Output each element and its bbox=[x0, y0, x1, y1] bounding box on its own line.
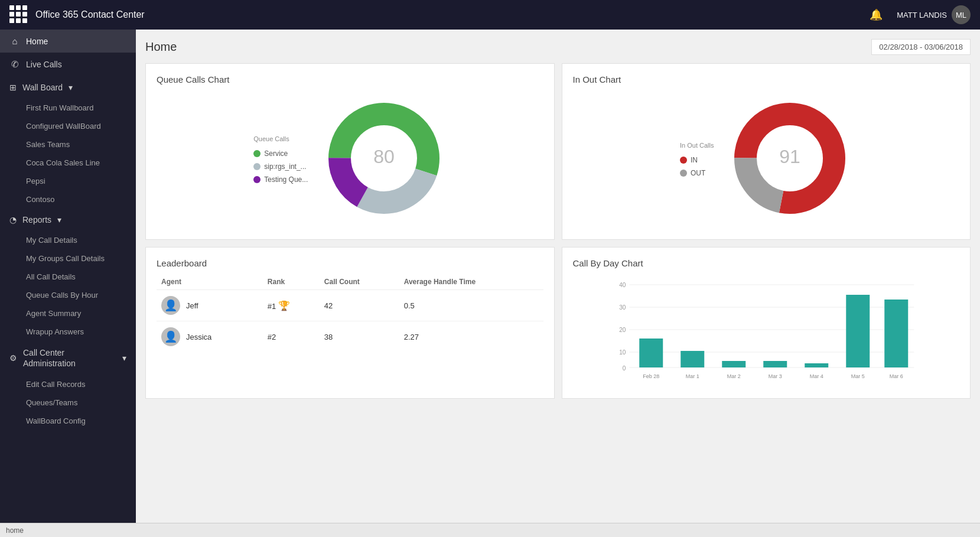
in-out-chart-card: In Out Chart In Out Calls IN OUT bbox=[562, 63, 971, 240]
sidebar-item-label: Home bbox=[26, 37, 48, 46]
agent-cell-jeff: 👤 Jeff bbox=[157, 290, 263, 321]
sidebar-sub-wallboard-config[interactable]: WallBoard Config bbox=[0, 412, 136, 430]
in-out-donut-container: In Out Calls IN OUT bbox=[573, 90, 960, 229]
sidebar-sub-pepsi[interactable]: Pepsi bbox=[0, 172, 136, 190]
legend-dot-in bbox=[680, 157, 687, 164]
statusbar: home bbox=[0, 523, 980, 537]
svg-text:Mar 1: Mar 1 bbox=[685, 373, 699, 379]
svg-text:40: 40 bbox=[619, 282, 626, 288]
call-by-day-title: Call By Day Chart bbox=[573, 258, 960, 268]
sidebar-sub-my-groups-call-details[interactable]: My Groups Call Details bbox=[0, 249, 136, 268]
sidebar-sub-wrapup-answers[interactable]: Wrapup Answers bbox=[0, 323, 136, 341]
sidebar-sub-queues-teams[interactable]: Queues/Teams bbox=[0, 393, 136, 412]
svg-text:0: 0 bbox=[622, 365, 626, 372]
svg-text:Mar 4: Mar 4 bbox=[809, 373, 823, 379]
legend-out: OUT bbox=[680, 169, 714, 177]
sidebar-item-live-calls[interactable]: ✆ Live Calls bbox=[0, 53, 136, 76]
sidebar-sub-configured-wallboard[interactable]: Configured WallBoard bbox=[0, 117, 136, 135]
leaderboard-table: Agent Rank Call Count Average Handle Tim… bbox=[157, 274, 543, 352]
avg-handle-time-jessica: 2.27 bbox=[399, 321, 543, 353]
sidebar-sub-agent-summary[interactable]: Agent Summary bbox=[0, 304, 136, 323]
col-agent: Agent bbox=[157, 274, 263, 290]
waffle-button[interactable] bbox=[9, 5, 28, 24]
call-by-day-chart-area: 40 30 20 10 0 Feb 28 bbox=[573, 274, 960, 388]
in-out-legend: In Out Calls IN OUT bbox=[680, 142, 714, 177]
call-count-jessica: 38 bbox=[320, 321, 399, 353]
col-avg-handle-time: Average Handle Time bbox=[399, 274, 543, 290]
chevron-down-icon: ▾ bbox=[122, 353, 126, 363]
svg-text:30: 30 bbox=[619, 304, 626, 311]
legend-sip: sip:rgs_int_... bbox=[253, 162, 308, 171]
sidebar-item-home[interactable]: ⌂ Home bbox=[0, 30, 136, 53]
legend-dot-out bbox=[680, 170, 687, 177]
settings-icon: ⚙ bbox=[9, 353, 17, 363]
reports-icon: ◔ bbox=[9, 215, 17, 224]
sidebar-sub-all-call-details[interactable]: All Call Details bbox=[0, 268, 136, 286]
in-out-donut-wrap: 91 bbox=[728, 96, 852, 223]
rank-jeff: #1 🏆 bbox=[263, 290, 320, 321]
legend-dot-testing bbox=[253, 176, 261, 183]
call-by-day-card: Call By Day Chart 40 30 20 10 0 bbox=[562, 247, 971, 399]
sidebar-sub-my-call-details[interactable]: My Call Details bbox=[0, 231, 136, 249]
svg-text:10: 10 bbox=[619, 349, 626, 356]
page-title: Home bbox=[145, 40, 177, 54]
avatar-jeff: 👤 bbox=[161, 296, 180, 315]
sidebar-item-label: Reports bbox=[22, 215, 51, 224]
bar-feb28 bbox=[639, 339, 663, 367]
sidebar-sub-coca-cola[interactable]: Coca Cola Sales Line bbox=[0, 154, 136, 172]
queue-calls-donut-svg: 80 bbox=[322, 96, 446, 220]
phone-icon: ✆ bbox=[9, 59, 20, 70]
in-out-donut-label: In Out Calls bbox=[680, 142, 714, 149]
legend-service: Service bbox=[253, 149, 308, 158]
user-name: MATT LANDIS bbox=[897, 11, 947, 19]
avatar: ML bbox=[952, 5, 971, 24]
table-row: 👤 Jeff #1 🏆 42 0.5 bbox=[157, 290, 543, 321]
home-icon: ⌂ bbox=[9, 36, 20, 46]
queue-calls-chart-card: Queue Calls Chart Queue Calls Service si… bbox=[145, 63, 555, 240]
sidebar-item-label: Wall Board bbox=[22, 83, 63, 92]
queue-center-value: 80 bbox=[373, 146, 395, 167]
sidebar-item-call-center-admin[interactable]: ⚙ Call Center Administration ▾ bbox=[0, 341, 136, 375]
chevron-down-icon: ▾ bbox=[57, 215, 61, 224]
sidebar-item-wall-board[interactable]: ⊞ Wall Board ▾ bbox=[0, 76, 136, 99]
agent-cell-jessica: 👤 Jessica bbox=[157, 321, 263, 353]
topbar: Office 365 Contact Center 🔔 MATT LANDIS … bbox=[0, 0, 980, 30]
bar-mar3 bbox=[763, 361, 787, 367]
user-menu[interactable]: MATT LANDIS ML bbox=[897, 5, 971, 24]
queue-calls-chart-title: Queue Calls Chart bbox=[157, 74, 543, 84]
call-by-day-svg: 40 30 20 10 0 Feb 28 bbox=[573, 279, 960, 385]
bar-mar1 bbox=[681, 351, 704, 367]
bell-icon[interactable]: 🔔 bbox=[870, 8, 883, 21]
sidebar-sub-contoso[interactable]: Contoso bbox=[0, 190, 136, 209]
bar-mar6 bbox=[884, 300, 908, 367]
legend-testing: Testing Que... bbox=[253, 175, 308, 184]
table-row: 👤 Jessica #2 38 2.27 bbox=[157, 321, 543, 353]
legend-dot-service bbox=[253, 150, 261, 157]
sidebar: ⌂ Home ✆ Live Calls ⊞ Wall Board ▾ First… bbox=[0, 30, 136, 523]
svg-text:Mar 2: Mar 2 bbox=[727, 373, 740, 379]
bar-mar5 bbox=[846, 295, 870, 367]
sidebar-item-reports[interactable]: ◔ Reports ▾ bbox=[0, 209, 136, 231]
leaderboard-card: Leaderboard Agent Rank Call Count Averag… bbox=[145, 247, 555, 399]
in-out-chart-title: In Out Chart bbox=[573, 74, 960, 84]
svg-text:20: 20 bbox=[619, 327, 626, 333]
svg-text:Feb 28: Feb 28 bbox=[643, 373, 659, 379]
sidebar-sub-sales-teams[interactable]: Sales Teams bbox=[0, 135, 136, 154]
date-range: 02/28/2018 - 03/06/2018 bbox=[871, 39, 971, 55]
col-call-count: Call Count bbox=[320, 274, 399, 290]
bar-mar4 bbox=[805, 363, 828, 367]
sidebar-sub-first-run-wallboard[interactable]: First Run Wallboard bbox=[0, 99, 136, 117]
svg-text:Mar 6: Mar 6 bbox=[889, 373, 903, 379]
queue-calls-donut-wrap: 80 bbox=[322, 96, 446, 223]
legend-dot-sip bbox=[253, 163, 261, 170]
svg-text:Mar 3: Mar 3 bbox=[768, 373, 782, 379]
sidebar-sub-edit-call-records[interactable]: Edit Call Records bbox=[0, 375, 136, 393]
grid-icon: ⊞ bbox=[9, 83, 17, 92]
page-header: Home 02/28/2018 - 03/06/2018 bbox=[145, 39, 971, 55]
bar-mar2 bbox=[722, 361, 745, 367]
in-out-donut-svg: 91 bbox=[728, 96, 852, 220]
legend-in: IN bbox=[680, 156, 714, 164]
sidebar-sub-queue-calls-by-hour[interactable]: Queue Calls By Hour bbox=[0, 286, 136, 304]
trophy-icon: 🏆 bbox=[278, 301, 290, 311]
app-title: Office 365 Contact Center bbox=[35, 9, 862, 20]
